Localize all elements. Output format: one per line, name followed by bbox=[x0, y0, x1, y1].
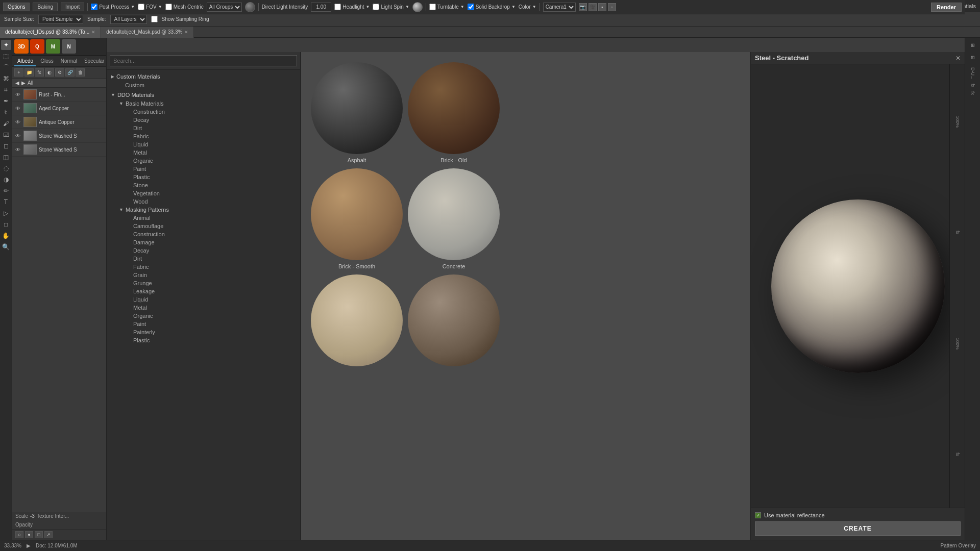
tree-header-basic-materials[interactable]: ▼ Basic Materials bbox=[115, 99, 300, 108]
tab-gloss[interactable]: Gloss bbox=[37, 57, 57, 66]
material-card-cracked[interactable] bbox=[408, 274, 500, 369]
tree-leaf-metal2[interactable]: Metal bbox=[123, 304, 300, 312]
tool-path-select[interactable]: ▷ bbox=[1, 208, 11, 218]
blend-arrow-btn[interactable]: ↗ bbox=[44, 531, 53, 538]
fx-btn[interactable]: fx bbox=[35, 68, 44, 77]
use-reflectance-checkbox[interactable]: ✓ bbox=[755, 512, 761, 518]
tree-leaf-liquid2[interactable]: Liquid bbox=[123, 295, 300, 304]
mask-btn[interactable]: ◐ bbox=[45, 68, 54, 77]
tree-leaf-organic2[interactable]: Organic bbox=[123, 312, 300, 320]
tree-leaf-metal[interactable]: Metal bbox=[123, 148, 300, 157]
tree-leaf-grunge[interactable]: Grunge bbox=[123, 279, 300, 287]
tool-brush[interactable]: 🖌 bbox=[1, 118, 11, 129]
tool-crop[interactable]: ⌗ bbox=[1, 85, 11, 95]
doc-tab-mask-close[interactable]: ✕ bbox=[184, 30, 188, 35]
tree-leaf-grain[interactable]: Grain bbox=[123, 271, 300, 279]
layer-eye-icon[interactable]: 👁 bbox=[15, 106, 21, 111]
tool-clone[interactable]: 🖃 bbox=[1, 130, 11, 140]
tree-leaf-animal[interactable]: Animal bbox=[123, 214, 300, 222]
doc-tab-ids-close[interactable]: ✕ bbox=[91, 30, 95, 35]
folder-btn[interactable]: 📁 bbox=[24, 68, 34, 77]
tool-dodge[interactable]: ◑ bbox=[1, 174, 11, 185]
tool-lasso[interactable]: ⌒ bbox=[1, 62, 11, 72]
tree-leaf-plastic2[interactable]: Plastic bbox=[123, 336, 300, 344]
material-card-asphalt[interactable]: Asphalt bbox=[311, 62, 403, 163]
tree-leaf-paint[interactable]: Paint bbox=[123, 165, 300, 173]
tree-header-masking-patterns[interactable]: ▼ Masking Patterns bbox=[115, 206, 300, 214]
settings-btn[interactable]: ⚙ bbox=[55, 68, 64, 77]
tree-leaf-stone[interactable]: Stone bbox=[123, 181, 300, 189]
material-card-brick-old[interactable]: Brick - Old bbox=[408, 62, 500, 163]
tree-leaf-camouflage[interactable]: Camouflage bbox=[123, 222, 300, 230]
sample-select[interactable]: All Layers bbox=[110, 15, 147, 24]
render-panel-close-icon[interactable]: ✕ bbox=[955, 55, 961, 62]
blend-circle-btn[interactable]: ○ bbox=[15, 531, 23, 538]
tree-leaf-decay2[interactable]: Decay bbox=[123, 246, 300, 255]
tree-leaf-construction[interactable]: Construction bbox=[123, 108, 300, 116]
tree-header-ddo-materials[interactable]: ▼ DDO Materials bbox=[107, 90, 300, 99]
sample-size-select[interactable]: Point Sample bbox=[38, 15, 83, 24]
tree-leaf-damage[interactable]: Damage bbox=[123, 238, 300, 246]
tree-leaf-custom[interactable]: Custom bbox=[115, 81, 300, 89]
tab-albedo[interactable]: Albedo bbox=[14, 57, 36, 66]
tree-leaf-fabric[interactable]: Fabric bbox=[123, 132, 300, 140]
tree-leaf-wood[interactable]: Wood bbox=[123, 197, 300, 206]
create-button[interactable]: CREATE bbox=[755, 521, 961, 536]
show-sampling-ring-checkbox[interactable] bbox=[151, 16, 158, 22]
add-layer-btn[interactable]: + bbox=[14, 68, 23, 77]
tree-leaf-dirt[interactable]: Dirt bbox=[123, 124, 300, 132]
layer-eye-icon[interactable]: 👁 bbox=[15, 133, 21, 139]
tool-blur[interactable]: ◌ bbox=[1, 163, 11, 173]
tree-leaf-liquid[interactable]: Liquid bbox=[123, 140, 300, 148]
blend-dot-btn[interactable]: ● bbox=[25, 531, 33, 538]
tool-eraser[interactable]: ◻ bbox=[1, 141, 11, 151]
ddo-icon-4[interactable]: N bbox=[62, 39, 76, 54]
tool-eyedropper[interactable]: ✒ bbox=[1, 96, 11, 106]
search-input[interactable] bbox=[110, 55, 297, 66]
layer-item[interactable]: 👁 Stone Washed S bbox=[12, 129, 106, 143]
tool-select-rect[interactable]: ⬚ bbox=[1, 51, 11, 61]
tree-leaf-vegetation[interactable]: Vegetation bbox=[123, 189, 300, 197]
tool-pen[interactable]: ✏ bbox=[1, 186, 11, 196]
material-card-concrete[interactable]: Concrete bbox=[408, 168, 500, 269]
tool-text[interactable]: T bbox=[1, 197, 11, 207]
tool-hand[interactable]: ✋ bbox=[1, 231, 11, 241]
material-card-clay[interactable] bbox=[311, 274, 403, 369]
layer-item[interactable]: 👁 Aged Copper bbox=[12, 102, 106, 115]
layer-eye-icon[interactable]: 👁 bbox=[15, 92, 21, 97]
delete-btn[interactable]: 🗑 bbox=[76, 68, 85, 77]
tree-leaf-organic[interactable]: Organic bbox=[123, 157, 300, 165]
ddo-icon-3[interactable]: M bbox=[46, 39, 60, 54]
tool-heal[interactable]: ⚕ bbox=[1, 107, 11, 117]
layer-eye-icon[interactable]: 👁 bbox=[15, 119, 21, 125]
tab-specular[interactable]: Specular bbox=[81, 57, 107, 66]
doc-tab-mask[interactable]: defaultobject_Mask.psd @ 33.3% ✕ bbox=[101, 27, 194, 38]
blend-square-btn[interactable]: □ bbox=[35, 531, 43, 538]
tree-leaf-fabric2[interactable]: Fabric bbox=[123, 263, 300, 271]
tree-leaf-painterly[interactable]: Painterly bbox=[123, 328, 300, 336]
tree-leaf-paint2[interactable]: Paint bbox=[123, 320, 300, 328]
tool-move[interactable]: ✦ bbox=[1, 40, 11, 50]
tree-leaf-decay[interactable]: Decay bbox=[123, 116, 300, 124]
link-btn[interactable]: 🔗 bbox=[65, 68, 75, 77]
layer-eye-icon[interactable]: 👁 bbox=[15, 147, 21, 153]
fx-side-btn-2[interactable]: ⊟ bbox=[967, 52, 978, 63]
tool-wand[interactable]: ⌘ bbox=[1, 73, 11, 84]
ddo-icon-2[interactable]: Q bbox=[30, 39, 44, 54]
layer-item[interactable]: 👁 Stone Washed S bbox=[12, 143, 106, 157]
layer-item[interactable]: 👁 Rust - Fin... bbox=[12, 88, 106, 102]
tool-zoom[interactable]: 🔍 bbox=[1, 242, 11, 252]
tree-leaf-construction2[interactable]: Construction bbox=[123, 230, 300, 238]
material-card-brick-smooth[interactable]: Brick - Smooth bbox=[311, 168, 403, 269]
tool-shape[interactable]: □ bbox=[1, 219, 11, 230]
ddo-icon-1[interactable]: 3D bbox=[14, 39, 29, 54]
layer-item[interactable]: 👁 Antique Copper bbox=[12, 115, 106, 129]
all-section[interactable]: ◀ ▶ All bbox=[12, 79, 106, 88]
tree-leaf-leakage[interactable]: Leakage bbox=[123, 287, 300, 295]
tree-header-custom-materials[interactable]: ▶ Custom Materials bbox=[107, 72, 300, 81]
doc-tab-ids[interactable]: defaultobject_IDs.psd @ 33.3% (To... ✕ bbox=[0, 27, 101, 38]
tree-leaf-dirt2[interactable]: Dirt bbox=[123, 255, 300, 263]
fx-side-btn-1[interactable]: ⊞ bbox=[967, 40, 978, 51]
tab-normal[interactable]: Normal bbox=[58, 57, 80, 66]
tool-gradient[interactable]: ◫ bbox=[1, 152, 11, 162]
